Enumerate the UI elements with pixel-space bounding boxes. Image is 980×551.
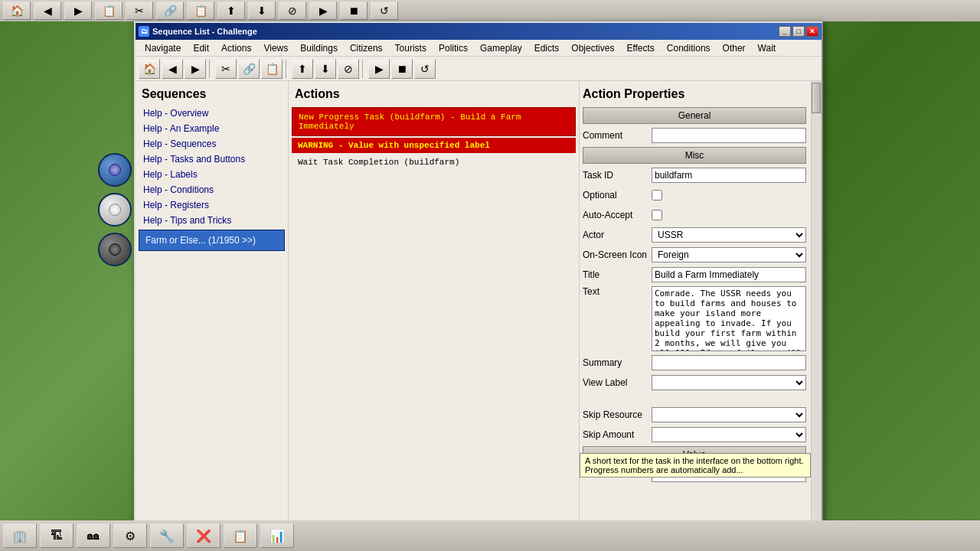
taskbar-reset-btn[interactable]: ↺	[371, 2, 398, 20]
on-screen-icon-select[interactable]: Foreign Local None	[652, 247, 806, 262]
auto-accept-row: Auto-Accept	[583, 207, 806, 223]
toolbar-paste-btn[interactable]: 📋	[261, 59, 283, 79]
menu-buildings[interactable]: Buildings	[294, 41, 344, 55]
properties-scrollbar[interactable]	[811, 81, 822, 539]
taskbar-copy-btn[interactable]: 📋	[95, 2, 122, 20]
side-btn-blue[interactable]	[98, 153, 132, 187]
taskbar-forward-btn[interactable]: ▶	[64, 2, 92, 20]
menu-tourists[interactable]: Tourists	[389, 41, 433, 55]
auto-accept-checkbox[interactable]	[652, 210, 662, 220]
taskbar-cut-btn[interactable]: ✂	[126, 2, 153, 20]
close-button[interactable]: ✕	[806, 26, 818, 37]
general-section-btn[interactable]: General	[583, 107, 806, 124]
taskbar-up-btn[interactable]: ⬆	[217, 2, 245, 20]
taskbar-paste-btn[interactable]: 📋	[187, 2, 214, 20]
menu-wait[interactable]: Wait	[752, 41, 782, 55]
taskbar-stop-btn[interactable]: ⊘	[279, 2, 306, 20]
title-bar: 🗂 Sequence List - Challenge _ □ ✕	[136, 23, 822, 40]
taskbar-halt-btn[interactable]: ⏹	[340, 2, 368, 20]
menu-gameplay[interactable]: Gameplay	[474, 41, 528, 55]
taskbar-back-btn[interactable]: ◀	[34, 2, 61, 20]
on-screen-icon-row: On-Screen Icon Foreign Local None	[583, 246, 806, 263]
title-input[interactable]	[652, 267, 806, 282]
toolbar-back-btn[interactable]: ◀	[162, 59, 183, 79]
action-item-normal[interactable]: Wait Task Completion (buildfarm)	[292, 155, 576, 170]
bottom-btn-4[interactable]: ⚙	[113, 523, 147, 548]
side-btn-light[interactable]	[98, 193, 132, 227]
toolbar-down-btn[interactable]: ⬇	[315, 59, 336, 79]
bottom-btn-2[interactable]: 🏗	[40, 523, 74, 548]
seq-item-labels[interactable]: Help - Labels	[137, 167, 286, 182]
taskbar-down-btn[interactable]: ⬇	[248, 2, 276, 20]
task-id-label: Task ID	[583, 170, 652, 181]
menu-objectives[interactable]: Objectives	[565, 41, 620, 55]
menu-citizens[interactable]: Citizens	[344, 41, 389, 55]
seq-item-conditions[interactable]: Help - Conditions	[137, 182, 286, 197]
menu-navigate[interactable]: Navigate	[139, 41, 187, 55]
sequences-header: Sequences	[136, 81, 288, 104]
bottom-btn-close[interactable]: ❌	[187, 523, 220, 548]
comment-input[interactable]	[652, 128, 806, 143]
seq-item-example[interactable]: Help - An Example	[137, 121, 286, 136]
misc-section-btn[interactable]: Misc	[583, 147, 806, 164]
skip-resource-select[interactable]	[652, 407, 806, 422]
content-area: Sequences Help - Overview Help - An Exam…	[136, 81, 822, 539]
menu-effects[interactable]: Effects	[620, 41, 660, 55]
taskbar-link-btn[interactable]: 🔗	[156, 2, 184, 20]
minimize-button[interactable]: _	[779, 26, 791, 37]
menu-actions[interactable]: Actions	[215, 41, 257, 55]
text-textarea[interactable]: Comrade. The USSR needs you to build far…	[652, 286, 806, 351]
task-id-input[interactable]	[652, 168, 806, 183]
actor-row: Actor USSR Foreign Local	[583, 227, 806, 243]
seq-item-sequences[interactable]: Help - Sequences	[137, 136, 286, 152]
seq-item-registers[interactable]: Help - Registers	[137, 197, 286, 213]
title-bar-controls: _ □ ✕	[779, 26, 818, 37]
properties-header: Action Properties	[583, 84, 818, 107]
bottom-btn-1[interactable]: 🏢	[3, 523, 37, 548]
toolbar-up-btn[interactable]: ⬆	[292, 59, 313, 79]
menu-edit[interactable]: Edit	[187, 41, 215, 55]
seq-item-tasks[interactable]: Help - Tasks and Buttons	[137, 152, 286, 167]
toolbar-play-btn[interactable]: ▶	[368, 59, 390, 79]
menu-other[interactable]: Other	[717, 41, 752, 55]
toolbar-cut-btn[interactable]: ✂	[215, 59, 237, 79]
comment-row: Comment	[583, 127, 806, 144]
toolbar-home-btn[interactable]: 🏠	[139, 59, 160, 79]
toolbar-halt-btn[interactable]: ⏹	[391, 59, 413, 79]
bottom-btn-3[interactable]: 🏘	[77, 523, 110, 548]
toolbar-reset-btn[interactable]: ↺	[414, 59, 436, 79]
actions-list: New Progress Task (buildfarm) - Build a …	[289, 104, 579, 539]
skip-amount-select[interactable]	[652, 427, 806, 442]
bottom-btn-5[interactable]: 🔧	[150, 523, 184, 548]
seq-item-overview[interactable]: Help - Overview	[137, 106, 286, 121]
menu-views[interactable]: Views	[257, 41, 294, 55]
menu-edicts[interactable]: Edicts	[528, 41, 566, 55]
optional-label: Optional	[583, 190, 652, 201]
side-btn-dark[interactable]	[98, 233, 132, 266]
actor-select[interactable]: USSR Foreign Local	[652, 227, 806, 243]
menu-conditions[interactable]: Conditions	[661, 41, 717, 55]
menu-politics[interactable]: Politics	[433, 41, 474, 55]
taskbar-home-btn[interactable]: 🏠	[3, 2, 31, 20]
tooltip: A short text for the task in the interfa…	[580, 453, 811, 478]
seq-item-tips[interactable]: Help - Tips and Tricks	[137, 213, 286, 228]
maximize-button[interactable]: □	[792, 26, 805, 37]
actor-label: Actor	[583, 230, 652, 240]
toolbar-link-btn[interactable]: 🔗	[238, 59, 260, 79]
action-item-red[interactable]: New Progress Task (buildfarm) - Build a …	[292, 107, 576, 136]
toolbar-separator-2	[286, 60, 289, 78]
bottom-btn-6[interactable]: 📋	[224, 523, 257, 548]
scrollbar-thumb[interactable]	[812, 83, 821, 113]
optional-checkbox[interactable]	[652, 190, 662, 201]
actions-panel: Actions New Progress Task (buildfarm) - …	[289, 81, 580, 539]
toolbar-forward-btn[interactable]: ▶	[185, 59, 206, 79]
taskbar-play-btn[interactable]: ▶	[309, 2, 337, 20]
summary-input[interactable]	[652, 355, 806, 370]
bottom-btn-7[interactable]: 📊	[260, 523, 294, 548]
seq-item-selected[interactable]: Farm or Else... (1/1950 >>)	[139, 230, 285, 251]
on-screen-icon-label: On-Screen Icon	[583, 249, 652, 260]
view-label-select[interactable]	[652, 375, 806, 390]
auto-accept-label: Auto-Accept	[583, 210, 652, 220]
toolbar-stop-btn[interactable]: ⊘	[338, 59, 359, 79]
view-label-label: View Label	[583, 377, 652, 388]
